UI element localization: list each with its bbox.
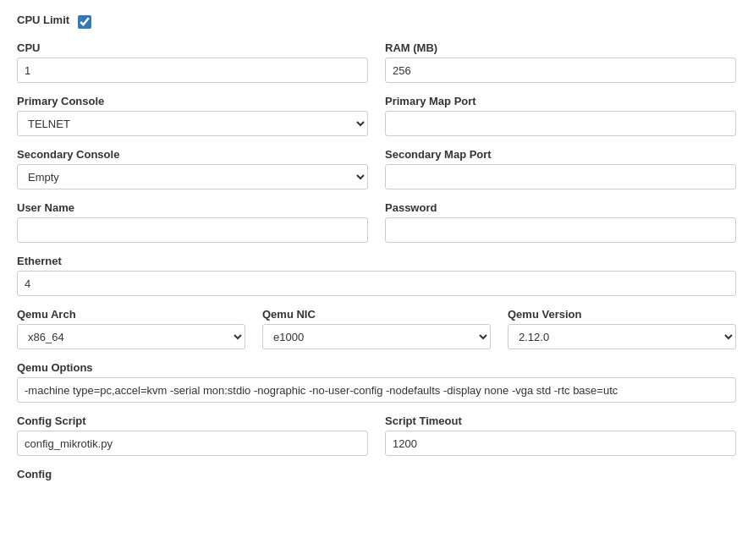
primary-console-row: Primary Console TELNET VNC NONE Primary … (17, 95, 736, 136)
primary-map-port-label: Primary Map Port (385, 95, 736, 107)
secondary-map-port-col: Secondary Map Port (385, 148, 736, 189)
cpu-ram-row: CPU RAM (MB) (17, 41, 736, 83)
password-input[interactable] (385, 217, 736, 243)
ram-input[interactable] (385, 58, 736, 83)
cpu-limit-label: CPU Limit (17, 14, 69, 26)
secondary-console-select[interactable]: Empty VNC TELNET NONE (17, 164, 368, 189)
config-section: Config (17, 468, 736, 480)
primary-map-port-input[interactable] (385, 111, 736, 136)
cpu-col: CPU (17, 41, 368, 83)
qemu-arch-label: Qemu Arch (17, 308, 245, 321)
cpu-label: CPU (17, 41, 368, 54)
qemu-nic-col: Qemu NIC e1000 virtio rtl8139 vmxnet3 (262, 308, 491, 349)
ram-col: RAM (MB) (385, 41, 736, 83)
qemu-arch-select[interactable]: x86_64 i386 arm aarch64 mips mipsel ppc … (17, 324, 245, 349)
qemu-version-select[interactable]: 2.12.0 2.10.0 2.8.0 2.6.0 (508, 324, 736, 349)
user-password-row: User Name Password (17, 201, 736, 243)
qemu-options-label: Qemu Options (17, 361, 736, 374)
qemu-version-col: Qemu Version 2.12.0 2.10.0 2.8.0 2.6.0 (508, 308, 736, 349)
script-timeout-col: Script Timeout (385, 415, 736, 456)
secondary-console-label: Secondary Console (17, 148, 368, 161)
username-label: User Name (17, 201, 368, 214)
script-timeout-input[interactable] (385, 431, 736, 456)
cpu-input[interactable] (17, 58, 368, 83)
script-timeout-label: Script Timeout (385, 415, 736, 427)
secondary-console-col: Secondary Console Empty VNC TELNET NONE (17, 148, 368, 189)
config-script-label: Config Script (17, 415, 368, 427)
primary-console-select[interactable]: TELNET VNC NONE (17, 111, 368, 136)
qemu-nic-label: Qemu NIC (262, 308, 491, 321)
secondary-map-port-label: Secondary Map Port (385, 148, 736, 161)
username-input[interactable] (17, 217, 368, 243)
ethernet-section: Ethernet (17, 255, 736, 296)
password-label: Password (385, 201, 736, 214)
primary-console-label: Primary Console (17, 95, 368, 107)
ethernet-input[interactable] (17, 271, 736, 296)
qemu-nic-select[interactable]: e1000 virtio rtl8139 vmxnet3 (262, 324, 491, 349)
username-col: User Name (17, 201, 368, 243)
form-section: CPU Limit CPU RAM (MB) Primary Console T… (17, 14, 736, 480)
secondary-map-port-input[interactable] (385, 164, 736, 189)
qemu-arch-nic-version-row: Qemu Arch x86_64 i386 arm aarch64 mips m… (17, 308, 736, 349)
cpu-limit-row: CPU Limit (17, 14, 736, 30)
qemu-arch-col: Qemu Arch x86_64 i386 arm aarch64 mips m… (17, 308, 245, 349)
primary-map-port-col: Primary Map Port (385, 95, 736, 136)
qemu-options-input[interactable] (17, 377, 736, 403)
config-script-input[interactable] (17, 431, 368, 456)
config-script-row: Config Script Script Timeout (17, 415, 736, 456)
ethernet-label: Ethernet (17, 255, 736, 267)
password-col: Password (385, 201, 736, 243)
ram-label: RAM (MB) (385, 41, 736, 54)
config-script-col: Config Script (17, 415, 368, 456)
secondary-console-row: Secondary Console Empty VNC TELNET NONE … (17, 148, 736, 189)
config-label: Config (17, 468, 736, 480)
qemu-options-section: Qemu Options (17, 361, 736, 403)
qemu-version-label: Qemu Version (508, 308, 736, 321)
cpu-limit-checkbox[interactable] (78, 15, 91, 29)
primary-console-col: Primary Console TELNET VNC NONE (17, 95, 368, 136)
